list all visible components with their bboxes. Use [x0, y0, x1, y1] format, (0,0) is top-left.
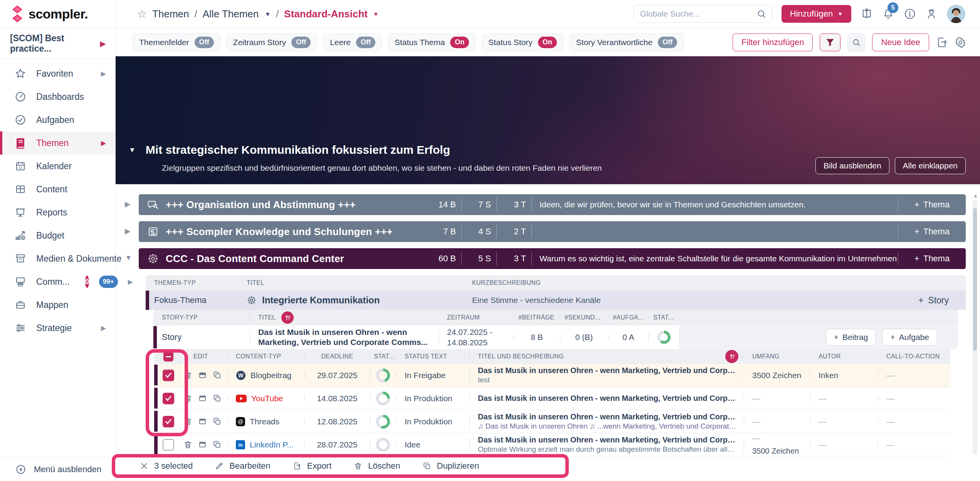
sidebar-item-kalender[interactable]: Kalender: [0, 155, 115, 178]
sidebar-item-strategie[interactable]: Strategie ▶: [0, 316, 115, 340]
breadcrumb-view[interactable]: Standard-Ansicht: [284, 8, 368, 20]
copy-icon[interactable]: [213, 417, 222, 426]
filter-chip-leere[interactable]: Leere Off: [323, 34, 382, 51]
scrollbar-thumb[interactable]: [973, 208, 977, 351]
chevron-down-icon[interactable]: ▼: [265, 11, 271, 17]
theme-stories-count: 7 S: [462, 200, 496, 210]
card-icon[interactable]: [198, 417, 207, 426]
add-story-button[interactable]: +Story: [918, 295, 966, 306]
table-search-button[interactable]: [847, 34, 865, 51]
trash-icon[interactable]: [183, 440, 192, 449]
scrollbar-up-arrow[interactable]: ▲: [973, 193, 978, 198]
sort-icon[interactable]: [725, 350, 738, 363]
row-checkbox[interactable]: [163, 416, 174, 427]
sidebar-item-mappen[interactable]: Mappen: [0, 293, 115, 316]
collapse-menu-button[interactable]: Menü ausblenden: [0, 457, 115, 481]
add-filter-button[interactable]: Filter hinzufügen: [733, 34, 813, 51]
content-row-threads[interactable]: @ Threads 12.08.2025 In Produktion Das i…: [154, 410, 950, 433]
content-row-blogbeitrag[interactable]: W Blogbeitrag 29.07.2025 In Freigabe Das…: [154, 364, 950, 387]
sidebar-item-aufgaben[interactable]: Aufgaben: [0, 108, 115, 131]
sidebar-item-dashboards[interactable]: Dashboards: [0, 85, 115, 108]
funnel-filter-button[interactable]: [820, 34, 840, 51]
favorite-star-icon[interactable]: ☆: [137, 8, 147, 20]
collapse-caret-icon[interactable]: ▼: [129, 146, 136, 154]
add-thema-button[interactable]: +Thema: [898, 200, 966, 210]
theme-row-organisation[interactable]: +++ Organisation und Abstimmung +++ 14 B…: [139, 194, 966, 215]
search-icon[interactable]: [756, 9, 767, 19]
notifications-bell-icon[interactable]: 5: [882, 8, 894, 20]
expand-arrow-icon[interactable]: ▶: [125, 200, 131, 209]
copy-icon[interactable]: [213, 440, 222, 449]
col-umfang: UMFANG: [744, 353, 810, 360]
card-icon[interactable]: [198, 371, 207, 380]
trash-icon[interactable]: [183, 417, 192, 426]
scope: —: [752, 434, 760, 443]
sidebar-item-themen[interactable]: Themen ▶: [0, 131, 115, 155]
copy-icon[interactable]: [213, 371, 222, 380]
new-idea-button[interactable]: Neue Idee: [872, 34, 929, 51]
workspace-name: [SCOM] Best practice...: [10, 33, 100, 54]
bulk-edit-button[interactable]: Bearbeiten: [215, 461, 270, 471]
row-checkbox[interactable]: [163, 370, 174, 381]
bulk-export-button[interactable]: Export: [293, 461, 332, 471]
info-icon[interactable]: [904, 8, 916, 20]
trash-icon[interactable]: [183, 371, 192, 380]
add-aufgabe-button[interactable]: +Aufgabe: [882, 329, 937, 346]
expand-arrow-icon[interactable]: ▶: [125, 227, 131, 235]
sidebar-item-content[interactable]: Content: [0, 178, 115, 201]
sidebar-item-budget[interactable]: Budget: [0, 224, 115, 247]
filter-chip-story-verantwortliche[interactable]: Story Verantwortliche Off: [570, 34, 684, 51]
sidebar-item-favoriten[interactable]: Favoriten ▶: [0, 62, 115, 85]
add-thema-button[interactable]: +Thema: [898, 254, 966, 264]
row-checkbox[interactable]: [163, 393, 174, 404]
chevron-down-icon[interactable]: ▼: [373, 11, 379, 17]
logo[interactable]: scompler.: [0, 0, 115, 28]
breadcrumb-level1[interactable]: Alle Themen: [203, 8, 259, 20]
sidebar-item-reports[interactable]: Reports: [0, 201, 115, 224]
filter-chip-status-thema[interactable]: Status Thema On: [388, 34, 476, 51]
content-row-youtube[interactable]: YouTube 14.08.2025 In Produktion Das ist…: [154, 387, 950, 410]
row-checkbox[interactable]: [163, 439, 174, 451]
collapse-arrow-icon[interactable]: ▼: [125, 254, 132, 262]
gear-icon[interactable]: [955, 37, 966, 48]
status-text: In Freigabe: [396, 371, 469, 380]
col-aufgaben: #AUFGA...: [608, 314, 649, 321]
workspace-selector[interactable]: [SCOM] Best practice... ▶: [0, 28, 115, 59]
bulk-duplicate-button[interactable]: Duplizieren: [423, 461, 479, 471]
breadcrumb-root[interactable]: Themen: [152, 8, 189, 20]
knowledge-book-icon[interactable]: [861, 8, 873, 20]
card-icon[interactable]: [198, 394, 207, 403]
support-icon[interactable]: [925, 8, 938, 20]
topic-row-integrierte-kommunikation[interactable]: Fokus-Thema Integrierte Kommunikation Ei…: [146, 291, 966, 310]
card-icon[interactable]: [198, 440, 207, 449]
copy-icon[interactable]: [213, 394, 222, 403]
user-avatar[interactable]: [947, 5, 965, 23]
add-beitrag-button[interactable]: +Beitrag: [826, 329, 876, 346]
col-status: STAT...: [649, 314, 679, 321]
clear-selection-button[interactable]: 3 selected: [140, 461, 193, 471]
add-thema-button[interactable]: +Thema: [898, 227, 966, 237]
filter-chip-themenfelder[interactable]: Themenfelder Off: [133, 34, 220, 51]
hide-image-button[interactable]: Bild ausblenden: [815, 157, 889, 174]
sidebar-item-community[interactable]: Comm... 0 99+ ▶: [0, 270, 115, 293]
sidebar-item-medien[interactable]: Medien & Dokumente: [0, 247, 115, 270]
trash-icon[interactable]: [183, 394, 192, 403]
filter-chip-zeitraum-story[interactable]: Zeitraum Story Off: [227, 34, 318, 51]
bulk-delete-button[interactable]: Löschen: [354, 461, 400, 471]
theme-title: +++ Organisation und Abstimmung +++: [166, 199, 356, 211]
story-row[interactable]: Story Das ist Musik in unseren Ohren - w…: [153, 325, 958, 349]
filter-chip-status-story[interactable]: Status Story On: [482, 34, 563, 51]
sidebar-item-label: Medien & Dokumente: [36, 254, 121, 264]
content-row-linkedin[interactable]: in LinkedIn P... 28.07.2025 Idee Das ist…: [154, 433, 950, 456]
select-all-checkbox[interactable]: [163, 352, 173, 362]
sort-icon[interactable]: [281, 311, 294, 324]
youtube-icon: [236, 395, 247, 402]
theme-description: Ideen, die wir prüfen, bevor wir sie in …: [532, 200, 898, 209]
theme-row-ccc[interactable]: CCC - Das Content Command Center 60 B 5 …: [139, 248, 966, 269]
add-button[interactable]: Hinzufügen ▼: [782, 5, 851, 23]
theme-row-knowledge[interactable]: +++ Scompler Knowledge und Schulungen ++…: [139, 221, 966, 242]
global-search-input[interactable]: [640, 9, 756, 18]
topic-title: Integrierte Kommunikation: [262, 295, 380, 306]
collapse-all-button[interactable]: Alle einklappen: [895, 157, 966, 174]
export-page-icon[interactable]: [936, 37, 948, 48]
